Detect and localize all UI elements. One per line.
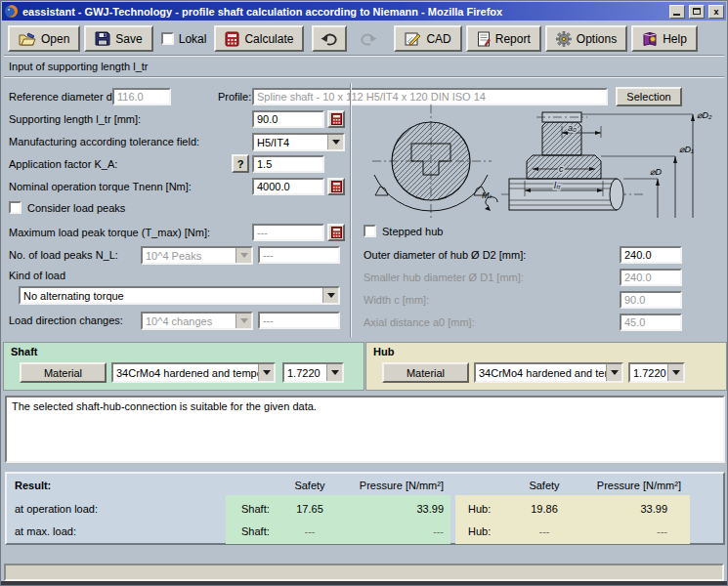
help-button[interactable]: Help [631,25,698,52]
title-bar[interactable]: eassistant - GWJ-Technology - profile sh… [2,2,726,21]
tolerance-field-combobox[interactable]: H5/IT4 [252,133,345,151]
calculator-mini-icon [331,113,342,125]
consider-load-peaks-label: Consider load peaks [27,202,125,214]
result-shaft-label: Shaft: [241,503,270,515]
undo-icon [321,32,338,46]
axial-distance-field[interactable] [620,314,682,331]
maximize-button[interactable] [689,5,705,19]
result-title: Result: [15,480,51,491]
shaft-panel-title: Shaft [11,346,38,357]
stepped-hub-checkbox[interactable] [364,225,376,237]
hub-material-value: 34CrMo4 hardened and tempered [476,364,606,381]
firefox-icon [4,4,19,19]
open-button[interactable]: Open [8,25,80,52]
save-button[interactable]: Save [84,25,152,52]
result-hub-pressure: --- [588,525,681,537]
load-direction-changes-field[interactable] [258,312,340,329]
shaft-safety-header: Safety [271,480,349,491]
chevron-down-icon[interactable] [258,364,274,381]
dim-d2-label: ⌀D₂ [697,110,712,120]
shaft-material-button[interactable]: Material [20,362,107,383]
load-peaks-field[interactable] [258,246,340,264]
hub-material-combobox[interactable]: 34CrMo4 hardened and tempered [474,362,623,383]
result-row-label: at max. load: [15,525,76,537]
chevron-down-icon[interactable] [606,364,621,381]
max-peak-torque-calc-button[interactable] [327,224,345,241]
calculator-mini-icon [331,181,342,192]
lokal-checkbox-label: Lokal [179,32,207,46]
outer-diameter-field[interactable] [620,246,682,264]
message-area[interactable]: The selected shaft-hub-connection is sui… [5,396,725,463]
toolbar: Open Save Lokal [3,23,725,54]
chevron-down-icon[interactable] [236,314,251,328]
application-factor-field[interactable] [252,155,324,173]
options-button[interactable]: Options [545,25,627,52]
close-button[interactable]: x [708,5,724,19]
kind-of-load-combobox[interactable]: No alternating torque [19,286,340,305]
hub-material-number-combobox[interactable]: 1.7220 [628,362,685,383]
help-book-icon [642,31,658,46]
shaft-material-number-value: 1.7220 [284,364,326,381]
dim-d1-label: ⌀D₁ [679,145,694,154]
hub-material-number-value: 1.7220 [630,364,667,381]
cad-button-label: CAD [426,32,450,46]
tolerance-field-value: H5/IT4 [254,135,327,149]
tolerance-field-label: Manufacturing according tolerance field: [9,136,199,147]
shaft-material-number-combobox[interactable]: 1.7220 [282,362,344,383]
undo-button[interactable] [312,25,347,52]
minimize-button[interactable] [669,5,685,19]
shaft-material-combobox[interactable]: 34CrMo4 hardened and tempered [111,362,276,383]
help-button-label: Help [663,32,687,46]
width-c-field[interactable] [620,291,682,309]
cad-button[interactable]: CAD [394,25,461,52]
redo-icon [360,32,377,46]
report-button[interactable]: Report [466,25,541,52]
shaft-material-value: 34CrMo4 hardened and tempered [113,364,258,381]
hub-material-button[interactable]: Material [382,362,469,383]
options-button-label: Options [577,32,617,46]
calculator-mini-icon [331,227,342,238]
application-factor-help-button[interactable]: ? [232,154,249,173]
chevron-down-icon[interactable] [322,288,338,303]
supporting-length-label: Supporting length l_tr [mm]: [9,113,141,125]
load-peaks-unit-combobox[interactable]: 10^4 Peaks [141,246,253,265]
window-bottom-edge [1,581,727,585]
chevron-down-icon[interactable] [667,364,683,381]
save-button-label: Save [115,32,142,46]
reference-diameter-field[interactable] [112,88,171,105]
dim-c-label: c [559,164,564,174]
supporting-length-calc-button[interactable] [327,110,345,128]
smaller-diameter-field[interactable] [620,269,682,286]
technical-drawing: a₀ c lₜᵣ Mₜ ⌀D₂ ⌀D₁ ⌀D [361,101,726,222]
result-shaft-label: Shaft: [241,525,270,537]
report-button-label: Report [495,32,531,46]
redo-button[interactable] [351,25,386,52]
consider-load-peaks-checkbox[interactable] [9,201,21,214]
lokal-checkbox[interactable] [161,32,174,45]
toolbar-separator [4,55,724,57]
chevron-down-icon[interactable] [326,364,342,381]
chevron-down-icon[interactable] [327,135,343,149]
calculate-button[interactable]: Calculate [214,25,304,52]
cad-drawing-icon [405,31,421,46]
nominal-torque-field[interactable] [252,178,324,195]
application-factor-label: Application factor K_A: [9,158,117,170]
chevron-down-icon[interactable] [236,248,251,263]
max-peak-torque-field[interactable] [252,224,324,241]
application-window: eassistant - GWJ-Technology - profile sh… [0,0,728,586]
result-shaft-safety: --- [271,525,349,537]
supporting-length-field[interactable] [252,110,324,128]
result-hub-label: Hub: [468,525,491,537]
smaller-diameter-label: Smaller hub diameter Ø D1 [mm]: [364,272,524,283]
result-hub-safety: --- [505,525,583,537]
hub-pressure-header: Pressure [N/mm²] [588,480,681,491]
max-peak-torque-label: Maximum load peak torque (T_max) [Nm]: [9,227,210,238]
shaft-pressure-header: Pressure [N/mm²] [354,480,444,491]
calculate-button-label: Calculate [244,32,293,46]
load-peaks-label: No. of load peaks N_L: [9,249,118,261]
load-direction-changes-unit-value: 10^4 changes [143,314,236,328]
nominal-torque-calc-button[interactable] [327,178,345,195]
load-direction-changes-unit-combobox[interactable]: 10^4 changes [141,312,253,330]
result-hub-pressure: 33.99 [588,503,681,515]
kind-of-load-value: No alternating torque [21,288,322,303]
